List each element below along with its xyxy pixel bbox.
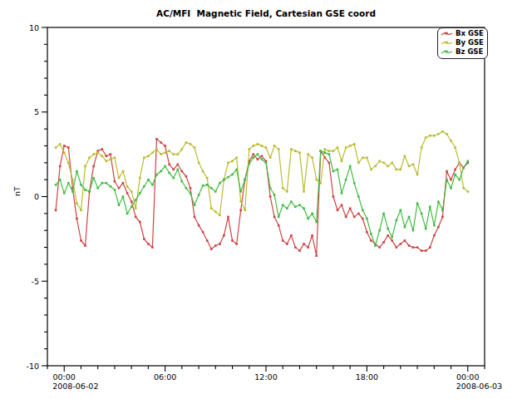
series-marker <box>378 246 381 249</box>
series-marker <box>106 160 108 163</box>
series-marker <box>458 162 461 165</box>
series-marker <box>206 184 209 186</box>
series-marker <box>122 182 125 185</box>
series-marker <box>298 204 301 206</box>
series-marker <box>210 187 213 190</box>
series-marker <box>345 179 347 181</box>
series-marker <box>235 243 238 245</box>
series-marker <box>202 170 204 173</box>
series-marker <box>63 151 66 154</box>
series-marker <box>71 179 74 181</box>
series-marker <box>349 165 352 168</box>
series-marker <box>84 165 86 168</box>
series-marker <box>324 151 327 154</box>
series-marker <box>190 143 192 145</box>
series-marker <box>101 182 104 185</box>
series-marker <box>164 151 166 154</box>
series-marker <box>441 209 444 212</box>
series-marker <box>362 209 364 212</box>
series-marker <box>366 231 368 234</box>
series-marker <box>110 153 112 155</box>
series-marker <box>261 145 264 147</box>
series-marker <box>467 160 470 163</box>
series-marker <box>382 213 385 215</box>
series-marker <box>357 213 360 215</box>
series-marker <box>391 162 393 165</box>
series-marker <box>290 234 293 237</box>
series-marker <box>198 224 200 227</box>
series-marker <box>294 150 297 152</box>
series-marker <box>391 236 393 239</box>
series-marker <box>135 199 137 201</box>
series-marker <box>177 164 180 166</box>
series-marker <box>231 174 234 176</box>
series-marker <box>396 219 398 222</box>
series-marker <box>239 200 242 203</box>
series-marker <box>328 150 331 152</box>
series-marker <box>290 148 293 150</box>
series-marker <box>219 214 221 217</box>
series-marker <box>366 156 368 159</box>
legend-item-bz: Bz GSE <box>441 47 484 57</box>
series-marker <box>408 244 411 247</box>
series-marker <box>239 190 242 193</box>
series-marker <box>421 146 423 149</box>
series-marker <box>265 162 268 165</box>
series-marker <box>55 184 57 186</box>
series-marker <box>429 205 431 208</box>
series-marker <box>437 200 440 203</box>
series-marker <box>88 190 91 193</box>
series-marker <box>80 209 82 212</box>
series-marker <box>96 151 99 154</box>
series-marker <box>177 153 180 155</box>
series-marker <box>114 189 116 191</box>
x-tick-label: 06:00 <box>154 372 176 382</box>
series-marker <box>147 243 150 245</box>
series-marker <box>198 162 200 165</box>
series-marker <box>185 141 188 144</box>
series-marker <box>282 204 284 206</box>
series-marker <box>303 243 305 245</box>
series-marker <box>139 221 141 224</box>
x-date-label: 2008-06-02 <box>52 382 98 391</box>
by-series-marker-icon <box>441 39 453 47</box>
series-marker <box>404 239 406 242</box>
series-marker <box>160 170 162 173</box>
series-marker <box>416 202 419 204</box>
series-marker <box>84 189 86 191</box>
series-marker <box>315 221 318 224</box>
series-marker <box>341 204 343 206</box>
series-marker <box>235 169 238 171</box>
legend-item-bx: Bx GSE <box>441 29 484 38</box>
series-marker <box>345 216 347 219</box>
legend-label-bz: Bz GSE <box>456 47 483 57</box>
series-line-by-gse <box>56 131 468 215</box>
x-tick-label: 12:00 <box>254 372 277 382</box>
series-marker <box>59 165 62 168</box>
series-marker <box>294 205 297 208</box>
series-marker <box>311 213 313 215</box>
series-marker <box>126 192 129 195</box>
series-marker <box>345 146 347 149</box>
series-marker <box>223 234 225 237</box>
bz-series-marker-icon <box>441 48 453 56</box>
series-marker <box>396 169 398 171</box>
y-tick-label: 10 <box>29 23 39 32</box>
series-line-bz-gse <box>56 151 468 246</box>
series-marker <box>84 244 86 247</box>
series-marker <box>269 156 272 159</box>
series-marker <box>357 195 360 198</box>
series-marker <box>273 145 276 147</box>
series-marker <box>92 165 95 168</box>
series-marker <box>126 213 129 215</box>
series-marker <box>286 190 288 193</box>
series-marker <box>55 146 57 149</box>
series-marker <box>307 153 309 155</box>
series-marker <box>155 174 158 176</box>
series-marker <box>425 228 427 230</box>
series-marker <box>332 195 335 198</box>
series-marker <box>202 185 204 187</box>
plot-border <box>47 27 485 366</box>
series-marker <box>92 177 95 180</box>
series-marker <box>118 204 121 206</box>
